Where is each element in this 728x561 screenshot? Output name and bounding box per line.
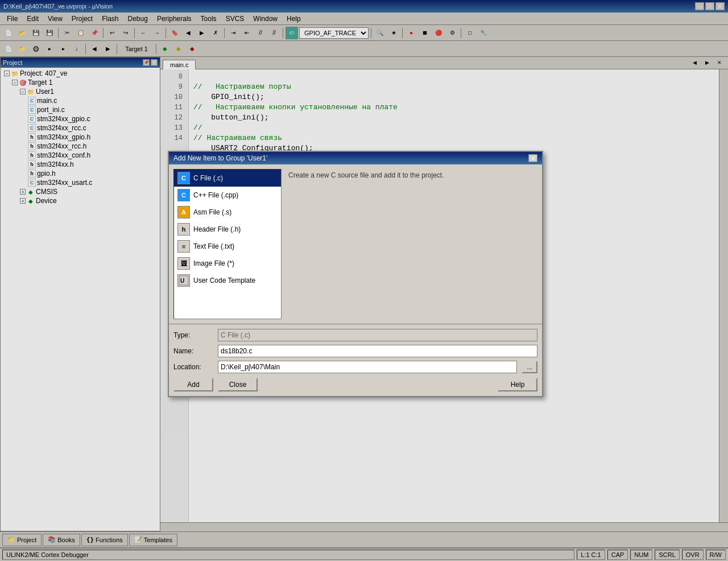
filetype-asm-label: Asm File (.s)	[193, 208, 231, 216]
dialog-buttons: Add Close Help	[173, 378, 537, 391]
filetype-text-label: Text File (.txt)	[193, 242, 234, 250]
modal-overlay: Add New Item to Group 'User1' ✕ C C File…	[0, 0, 728, 561]
dialog-titlebar: Add New Item to Group 'User1' ✕	[169, 152, 542, 164]
dialog-body: C C File (.c) C C++ File (.cpp) A Asm Fi…	[169, 164, 542, 324]
type-label: Type:	[173, 331, 213, 339]
add-button[interactable]: Add	[173, 378, 213, 391]
filetype-user-code-label: User Code Template	[193, 277, 255, 284]
left-btn-group: Add Close	[173, 378, 258, 391]
filetype-image[interactable]: 🖼 Image File (*)	[174, 255, 281, 272]
filetype-text[interactable]: ≡ Text File (.txt)	[174, 238, 281, 255]
browse-button[interactable]: ...	[522, 361, 537, 373]
location-label: Location:	[173, 363, 213, 371]
name-input[interactable]	[218, 345, 537, 357]
location-input[interactable]	[218, 361, 517, 373]
asm-file-icon-dialog: A	[177, 206, 190, 218]
text-file-icon-dialog: ≡	[177, 240, 190, 253]
filetype-asm[interactable]: A Asm File (.s)	[174, 204, 281, 221]
dialog-title: Add New Item to Group 'User1'	[173, 154, 267, 162]
cpp-file-icon-dialog: C	[177, 189, 190, 201]
file-type-list: C C File (.c) C C++ File (.cpp) A Asm Fi…	[173, 169, 282, 319]
dialog-description: Create a new C source file and add it to…	[282, 164, 542, 324]
location-field-row: Location: ...	[173, 361, 537, 373]
filetype-cpp[interactable]: C C++ File (.cpp)	[174, 187, 281, 204]
add-new-item-dialog: Add New Item to Group 'User1' ✕ C C File…	[168, 151, 543, 397]
dialog-close-btn[interactable]: ✕	[528, 154, 537, 162]
svg-text:U: U	[180, 278, 184, 284]
header-file-icon-dialog: h	[177, 223, 190, 236]
name-label: Name:	[173, 347, 213, 355]
user-code-icon-dialog: U	[177, 274, 190, 287]
filetype-header[interactable]: h Header File (.h)	[174, 221, 281, 238]
filetype-header-label: Header File (.h)	[193, 225, 241, 233]
dialog-desc-text: Create a new C source file and add it to…	[288, 171, 444, 179]
help-button[interactable]: Help	[498, 378, 537, 391]
dialog-footer: Type: Name: Location: ... Add Close Help	[169, 324, 542, 396]
image-file-icon-dialog: 🖼	[177, 257, 190, 270]
filetype-c[interactable]: C C File (.c)	[174, 170, 281, 187]
filetype-cpp-label: C++ File (.cpp)	[193, 191, 238, 199]
c-file-icon-dialog: C	[177, 172, 190, 184]
type-field-row: Type:	[173, 329, 537, 341]
filetype-user-code[interactable]: U User Code Template	[174, 272, 281, 289]
close-button[interactable]: Close	[218, 378, 258, 391]
type-input[interactable]	[218, 329, 537, 341]
name-field-row: Name:	[173, 345, 537, 357]
filetype-image-label: Image File (*)	[193, 259, 234, 267]
filetype-c-label: C File (.c)	[193, 174, 223, 182]
